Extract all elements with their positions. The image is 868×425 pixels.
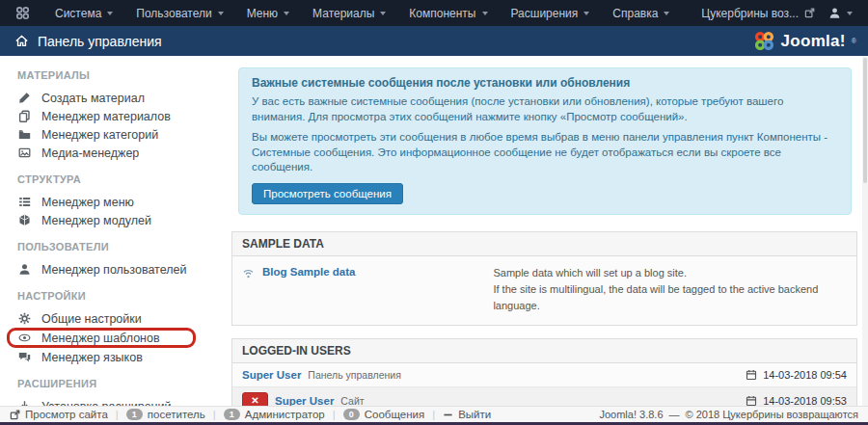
folder-icon bbox=[17, 128, 32, 141]
topbar-menu-polzovateli[interactable]: Пользователи bbox=[124, 0, 234, 26]
admin-statusbar: Просмотр сайта | 1 посетитель | 1 Админи… bbox=[0, 406, 868, 422]
menu-label: Меню bbox=[247, 7, 278, 20]
separator: | bbox=[432, 409, 435, 420]
sidebar-section-extensions: РАСШИРЕНИЯ Установка расширений bbox=[17, 378, 228, 406]
messages-counter[interactable]: 0 Сообщения bbox=[343, 409, 424, 420]
footer-version-copyright: Joomla! 3.8.6 — © 2018 Цукербрины возвра… bbox=[599, 409, 858, 420]
sidebar-item-label: Менеджер шаблонов bbox=[41, 332, 160, 345]
logout-link[interactable]: Выйти bbox=[443, 409, 491, 420]
chevron-down-icon bbox=[380, 12, 386, 15]
separator: | bbox=[213, 409, 216, 420]
section-title: ПОЛЬЗОВАТЕЛИ bbox=[17, 241, 228, 252]
login-datetime: 14-03-2018 09:53 bbox=[746, 395, 847, 406]
datetime-text: 14-03-2018 09:54 bbox=[763, 369, 847, 381]
calendar-icon bbox=[746, 369, 757, 381]
visitors-count-badge: 1 bbox=[126, 409, 143, 420]
menu-label: Справка bbox=[612, 7, 658, 20]
chevron-down-icon bbox=[107, 12, 113, 15]
visitors-counter[interactable]: 1 посетитель bbox=[126, 409, 205, 420]
view-site-link[interactable]: Просмотр сайта bbox=[10, 409, 108, 420]
sidebar-item-create-article[interactable]: Создать материал bbox=[17, 89, 228, 107]
joomla-logo-text: Joomla! bbox=[781, 32, 846, 51]
topbar-menu-komponenty[interactable]: Компоненты bbox=[397, 0, 499, 26]
login-datetime: 14-03-2018 09:54 bbox=[746, 369, 847, 381]
page-title-area: Панель управления bbox=[0, 34, 162, 49]
topbar-menu-menu[interactable]: Меню bbox=[235, 0, 301, 26]
calendar-icon bbox=[746, 395, 757, 406]
scrollbar-thumb[interactable] bbox=[863, 58, 867, 183]
user-link[interactable]: Super User bbox=[242, 369, 301, 381]
user-link[interactable]: Super User bbox=[275, 395, 334, 406]
blog-sample-data-link[interactable]: Blog Sample data bbox=[262, 266, 356, 278]
post-installation-messages-alert: Важные системные сообщения после установ… bbox=[238, 67, 852, 215]
menu-label: Система bbox=[55, 7, 101, 20]
page-header: Панель управления Joomla! ® bbox=[0, 26, 868, 56]
sidebar-item-label: Медиа-менеджер bbox=[41, 146, 139, 160]
topbar-right: Цукербрины воз... bbox=[701, 7, 868, 20]
description-line-2: If the site is multilingual, the data wi… bbox=[493, 281, 847, 314]
visitors-label: посетитель bbox=[148, 409, 205, 420]
sidebar-item-menu-manager[interactable]: Менеджер меню bbox=[17, 193, 228, 211]
sidebar-item-template-manager[interactable]: Менеджер шаблонов bbox=[7, 328, 196, 348]
copyright-text: © 2018 Цукербрины возвращаются bbox=[686, 409, 858, 420]
sidebar-section-configuration: НАСТРОЙКИ Общие настройки Менеджер шабло… bbox=[17, 290, 228, 366]
chevron-down-icon bbox=[583, 12, 589, 15]
logout-label: Выйти bbox=[458, 409, 491, 420]
sidebar-item-module-manager[interactable]: Менеджер модулей bbox=[17, 211, 228, 229]
menu-label: Компоненты bbox=[409, 7, 475, 20]
external-link-icon bbox=[804, 8, 815, 18]
chevron-down-icon bbox=[284, 12, 289, 15]
admins-count-badge: 1 bbox=[224, 409, 240, 420]
site-preview-link[interactable]: Цукербрины воз... bbox=[701, 7, 815, 20]
sidebar-item-global-configuration[interactable]: Общие настройки bbox=[17, 309, 228, 328]
sidebar-item-label: Менеджер материалов bbox=[41, 110, 171, 123]
alert-paragraph-1: У вас есть важные системные сообщения (п… bbox=[252, 94, 838, 125]
sample-data-description: Sample data which will set up a blog sit… bbox=[493, 265, 847, 314]
messages-count-badge: 0 bbox=[343, 409, 360, 420]
sidebar-item-article-manager[interactable]: Менеджер материалов bbox=[17, 107, 228, 125]
sidebar-item-label: Общие настройки bbox=[41, 312, 142, 326]
review-messages-button[interactable]: Просмотреть сообщения bbox=[252, 183, 403, 204]
topbar-menu-materialy[interactable]: Материалы bbox=[301, 0, 397, 26]
sidebar-item-label: Менеджер категорий bbox=[41, 128, 158, 142]
broadcast-icon bbox=[242, 267, 255, 279]
sidebar-section-content: МАТЕРИАЛЫ Создать материал Менеджер мате… bbox=[17, 69, 228, 162]
panel-title: SAMPLE DATA bbox=[232, 232, 856, 256]
menu-label: Расширения bbox=[511, 7, 579, 20]
view-site-label: Просмотр сайта bbox=[25, 409, 108, 420]
sidebar-item-language-manager[interactable]: Менеджер языков bbox=[17, 348, 228, 366]
chevron-down-icon bbox=[218, 12, 224, 15]
eye-icon bbox=[17, 332, 32, 344]
sidebar-item-category-manager[interactable]: Менеджер категорий bbox=[17, 125, 228, 144]
sidebar-item-label: Менеджер меню bbox=[41, 196, 134, 209]
admins-counter[interactable]: 1 Администратор bbox=[224, 409, 325, 420]
topbar-menu-spravka[interactable]: Справка bbox=[601, 0, 681, 26]
image-icon bbox=[17, 146, 32, 159]
topbar-menu-sistema[interactable]: Система bbox=[43, 0, 124, 26]
topbar-menu-rasshireniya[interactable]: Расширения bbox=[500, 0, 602, 26]
separator: | bbox=[333, 409, 336, 420]
panel-title: LOGGED-IN USERS bbox=[232, 339, 856, 363]
vertical-scrollbar[interactable] bbox=[862, 56, 868, 406]
sidebar-item-user-manager[interactable]: Менеджер пользователей bbox=[17, 260, 228, 279]
admin-sidebar: МАТЕРИАЛЫ Создать материал Менеджер мате… bbox=[0, 56, 228, 406]
sidebar-item-label: Менеджер модулей bbox=[41, 214, 151, 227]
main-content: Важные системные сообщения после установ… bbox=[231, 56, 857, 406]
user-account-menu[interactable] bbox=[828, 7, 853, 19]
admins-label: Администратор bbox=[245, 409, 325, 420]
sidebar-item-media-manager[interactable]: Медиа-менеджер bbox=[17, 144, 228, 162]
datetime-text: 14-03-2018 09:53 bbox=[763, 395, 847, 406]
sidebar-item-label: Менеджер пользователей bbox=[41, 263, 186, 277]
chevron-down-icon bbox=[664, 12, 669, 15]
user-location: Панель управления bbox=[308, 369, 400, 381]
separator: | bbox=[116, 409, 119, 420]
joomla-logo: Joomla! ® bbox=[753, 30, 868, 52]
site-name: Цукербрины воз... bbox=[701, 7, 799, 20]
copy-icon bbox=[17, 110, 32, 122]
chevron-down-icon bbox=[482, 12, 488, 15]
menu-label: Пользователи bbox=[136, 7, 211, 20]
sidebar-section-structure: СТРУКТУРА Менеджер меню Менеджер модулей bbox=[17, 173, 228, 229]
sidebar-item-install-extensions[interactable]: Установка расширений bbox=[17, 397, 228, 406]
force-logout-button[interactable]: ✕ bbox=[242, 392, 268, 406]
joomla-version: Joomla! 3.8.6 bbox=[599, 409, 663, 420]
